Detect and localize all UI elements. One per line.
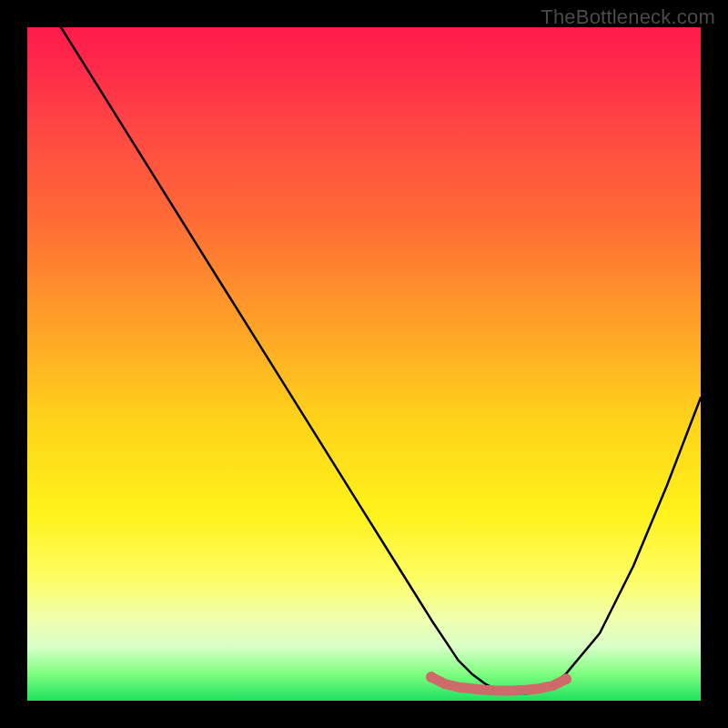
optimal-range-highlight-path xyxy=(431,677,566,691)
bottleneck-curve-path xyxy=(61,27,701,694)
chart-plot-area xyxy=(27,27,701,701)
chart-svg xyxy=(27,27,701,701)
highlight-end-dot xyxy=(561,673,571,684)
highlight-start-dot xyxy=(426,672,437,682)
watermark-text: TheBottleneck.com xyxy=(541,5,715,29)
